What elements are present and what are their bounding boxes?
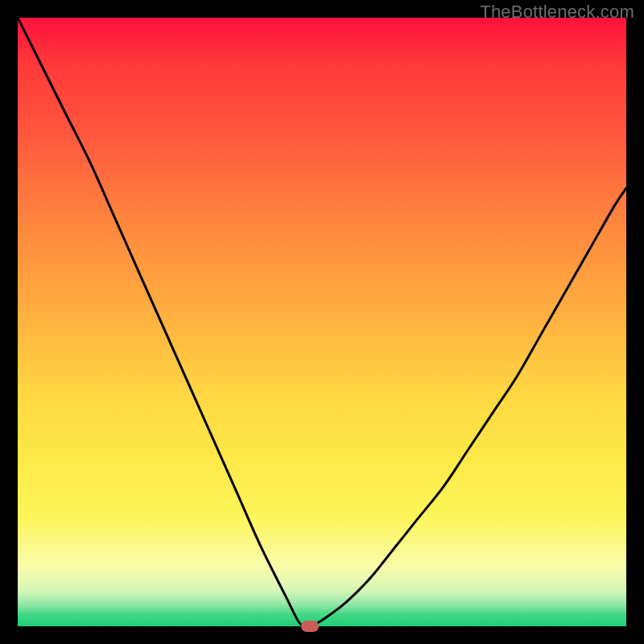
chart-frame: TheBottleneck.com [0,0,644,644]
curve-right-branch [310,188,626,626]
bottleneck-curve [18,18,626,626]
curve-left-branch [18,18,310,626]
bottleneck-marker [301,621,319,632]
plot-area [18,18,626,626]
